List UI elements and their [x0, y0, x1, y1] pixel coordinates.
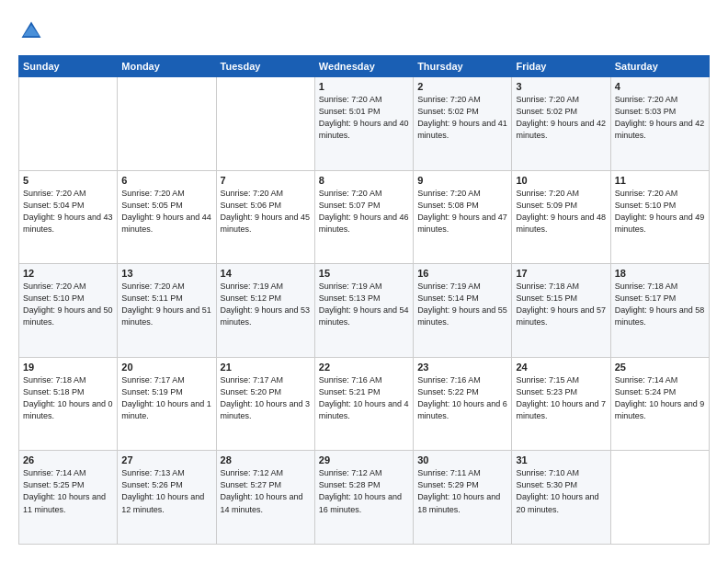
calendar-header-thursday: Thursday	[414, 56, 512, 77]
calendar-cell: 3Sunrise: 7:20 AM Sunset: 5:02 PM Daylig…	[512, 77, 610, 171]
day-number: 18	[615, 268, 705, 279]
day-number: 11	[615, 175, 705, 186]
day-number: 24	[516, 362, 606, 373]
day-info: Sunrise: 7:18 AM Sunset: 5:15 PM Dayligh…	[516, 281, 606, 328]
header	[18, 18, 710, 44]
logo-icon	[18, 18, 44, 44]
calendar-cell: 27Sunrise: 7:13 AM Sunset: 5:26 PM Dayli…	[118, 451, 216, 545]
day-info: Sunrise: 7:20 AM Sunset: 5:02 PM Dayligh…	[417, 94, 507, 142]
page: SundayMondayTuesdayWednesdayThursdayFrid…	[0, 0, 728, 563]
calendar-cell: 16Sunrise: 7:19 AM Sunset: 5:14 PM Dayli…	[414, 264, 512, 358]
calendar-header-sunday: Sunday	[19, 56, 118, 77]
calendar-cell: 1Sunrise: 7:20 AM Sunset: 5:01 PM Daylig…	[314, 77, 413, 171]
calendar-cell: 25Sunrise: 7:14 AM Sunset: 5:24 PM Dayli…	[610, 357, 709, 451]
day-number: 13	[121, 268, 211, 279]
calendar-cell: 6Sunrise: 7:20 AM Sunset: 5:05 PM Daylig…	[118, 170, 216, 264]
day-info: Sunrise: 7:20 AM Sunset: 5:10 PM Dayligh…	[615, 188, 705, 236]
day-number: 23	[417, 362, 507, 373]
day-number: 17	[516, 268, 606, 279]
calendar-header-row: SundayMondayTuesdayWednesdayThursdayFrid…	[19, 56, 710, 77]
calendar-week-row: 26Sunrise: 7:14 AM Sunset: 5:25 PM Dayli…	[19, 451, 710, 545]
day-number: 15	[319, 268, 409, 279]
calendar-header-wednesday: Wednesday	[314, 56, 413, 77]
day-number: 31	[516, 454, 606, 465]
day-number: 26	[23, 454, 113, 465]
calendar-table: SundayMondayTuesdayWednesdayThursdayFrid…	[18, 55, 710, 545]
day-number: 19	[23, 362, 113, 373]
logo	[18, 18, 48, 44]
day-info: Sunrise: 7:13 AM Sunset: 5:26 PM Dayligh…	[121, 467, 211, 515]
day-info: Sunrise: 7:19 AM Sunset: 5:12 PM Dayligh…	[221, 281, 311, 328]
day-info: Sunrise: 7:17 AM Sunset: 5:20 PM Dayligh…	[221, 374, 311, 422]
calendar-cell: 26Sunrise: 7:14 AM Sunset: 5:25 PM Dayli…	[19, 451, 118, 545]
day-number: 30	[417, 454, 507, 465]
calendar-cell: 14Sunrise: 7:19 AM Sunset: 5:12 PM Dayli…	[216, 264, 314, 358]
calendar-week-row: 19Sunrise: 7:18 AM Sunset: 5:18 PM Dayli…	[19, 357, 710, 451]
calendar-cell: 15Sunrise: 7:19 AM Sunset: 5:13 PM Dayli…	[314, 264, 413, 358]
calendar-cell: 21Sunrise: 7:17 AM Sunset: 5:20 PM Dayli…	[216, 357, 314, 451]
day-number: 16	[417, 268, 507, 279]
day-info: Sunrise: 7:20 AM Sunset: 5:11 PM Dayligh…	[121, 281, 211, 328]
calendar-cell: 28Sunrise: 7:12 AM Sunset: 5:27 PM Dayli…	[216, 451, 314, 545]
day-number: 5	[23, 175, 113, 186]
calendar-cell: 17Sunrise: 7:18 AM Sunset: 5:15 PM Dayli…	[512, 264, 610, 358]
calendar-cell: 29Sunrise: 7:12 AM Sunset: 5:28 PM Dayli…	[314, 451, 413, 545]
calendar-cell: 8Sunrise: 7:20 AM Sunset: 5:07 PM Daylig…	[314, 170, 413, 264]
calendar-cell: 9Sunrise: 7:20 AM Sunset: 5:08 PM Daylig…	[414, 170, 512, 264]
calendar-week-row: 12Sunrise: 7:20 AM Sunset: 5:10 PM Dayli…	[19, 264, 710, 358]
day-info: Sunrise: 7:19 AM Sunset: 5:13 PM Dayligh…	[319, 281, 409, 328]
day-number: 6	[121, 175, 211, 186]
day-info: Sunrise: 7:20 AM Sunset: 5:08 PM Dayligh…	[417, 188, 507, 236]
day-info: Sunrise: 7:14 AM Sunset: 5:24 PM Dayligh…	[615, 374, 705, 422]
day-info: Sunrise: 7:20 AM Sunset: 5:07 PM Dayligh…	[319, 188, 409, 236]
calendar-cell: 31Sunrise: 7:10 AM Sunset: 5:30 PM Dayli…	[512, 451, 610, 545]
day-info: Sunrise: 7:12 AM Sunset: 5:28 PM Dayligh…	[319, 467, 409, 515]
calendar-cell: 11Sunrise: 7:20 AM Sunset: 5:10 PM Dayli…	[610, 170, 709, 264]
day-info: Sunrise: 7:16 AM Sunset: 5:22 PM Dayligh…	[417, 374, 507, 422]
calendar-cell: 12Sunrise: 7:20 AM Sunset: 5:10 PM Dayli…	[19, 264, 118, 358]
calendar-cell: 4Sunrise: 7:20 AM Sunset: 5:03 PM Daylig…	[610, 77, 709, 171]
day-info: Sunrise: 7:20 AM Sunset: 5:09 PM Dayligh…	[516, 188, 606, 236]
calendar-header-friday: Friday	[512, 56, 610, 77]
day-number: 25	[615, 362, 705, 373]
day-number: 2	[417, 81, 507, 92]
day-number: 21	[221, 362, 311, 373]
calendar-cell: 30Sunrise: 7:11 AM Sunset: 5:29 PM Dayli…	[414, 451, 512, 545]
day-info: Sunrise: 7:17 AM Sunset: 5:19 PM Dayligh…	[121, 374, 211, 422]
calendar-cell: 20Sunrise: 7:17 AM Sunset: 5:19 PM Dayli…	[118, 357, 216, 451]
day-number: 22	[319, 362, 409, 373]
day-info: Sunrise: 7:20 AM Sunset: 5:01 PM Dayligh…	[319, 94, 409, 142]
day-info: Sunrise: 7:16 AM Sunset: 5:21 PM Dayligh…	[319, 374, 409, 422]
day-info: Sunrise: 7:20 AM Sunset: 5:10 PM Dayligh…	[23, 281, 113, 328]
day-number: 12	[23, 268, 113, 279]
calendar-header-monday: Monday	[118, 56, 216, 77]
calendar-cell: 7Sunrise: 7:20 AM Sunset: 5:06 PM Daylig…	[216, 170, 314, 264]
calendar-cell: 22Sunrise: 7:16 AM Sunset: 5:21 PM Dayli…	[314, 357, 413, 451]
day-number: 1	[319, 81, 409, 92]
calendar-cell: 23Sunrise: 7:16 AM Sunset: 5:22 PM Dayli…	[414, 357, 512, 451]
day-number: 7	[221, 175, 311, 186]
calendar-cell: 24Sunrise: 7:15 AM Sunset: 5:23 PM Dayli…	[512, 357, 610, 451]
calendar-cell: 10Sunrise: 7:20 AM Sunset: 5:09 PM Dayli…	[512, 170, 610, 264]
day-info: Sunrise: 7:20 AM Sunset: 5:03 PM Dayligh…	[615, 94, 705, 142]
day-number: 8	[319, 175, 409, 186]
day-number: 4	[615, 81, 705, 92]
day-number: 3	[516, 81, 606, 92]
calendar-cell: 5Sunrise: 7:20 AM Sunset: 5:04 PM Daylig…	[19, 170, 118, 264]
day-number: 28	[221, 454, 311, 465]
day-info: Sunrise: 7:11 AM Sunset: 5:29 PM Dayligh…	[417, 467, 507, 515]
day-info: Sunrise: 7:14 AM Sunset: 5:25 PM Dayligh…	[23, 467, 113, 515]
day-info: Sunrise: 7:10 AM Sunset: 5:30 PM Dayligh…	[516, 467, 606, 515]
calendar-cell: 19Sunrise: 7:18 AM Sunset: 5:18 PM Dayli…	[19, 357, 118, 451]
svg-marker-1	[23, 25, 40, 36]
calendar-cell	[216, 77, 314, 171]
calendar-header-tuesday: Tuesday	[216, 56, 314, 77]
day-info: Sunrise: 7:20 AM Sunset: 5:04 PM Dayligh…	[23, 188, 113, 236]
day-number: 29	[319, 454, 409, 465]
calendar-cell	[610, 451, 709, 545]
calendar-header-saturday: Saturday	[610, 56, 709, 77]
calendar-week-row: 5Sunrise: 7:20 AM Sunset: 5:04 PM Daylig…	[19, 170, 710, 264]
day-info: Sunrise: 7:20 AM Sunset: 5:02 PM Dayligh…	[516, 94, 606, 142]
day-info: Sunrise: 7:20 AM Sunset: 5:05 PM Dayligh…	[121, 188, 211, 236]
calendar-week-row: 1Sunrise: 7:20 AM Sunset: 5:01 PM Daylig…	[19, 77, 710, 171]
